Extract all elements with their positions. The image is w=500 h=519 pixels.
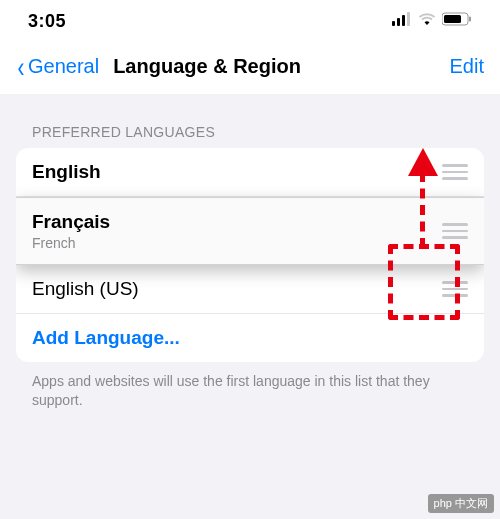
language-title: Français bbox=[32, 211, 110, 233]
svg-rect-2 bbox=[402, 15, 405, 26]
language-subtitle: French bbox=[32, 235, 110, 251]
svg-rect-6 bbox=[469, 17, 471, 22]
reorder-handle-icon[interactable] bbox=[442, 281, 468, 297]
language-row[interactable]: English (US) bbox=[16, 265, 484, 314]
svg-rect-0 bbox=[392, 21, 395, 26]
navigation-bar: ‹ General Language & Region Edit bbox=[0, 40, 500, 94]
add-language-button[interactable]: Add Language... bbox=[16, 314, 484, 362]
page-title: Language & Region bbox=[113, 55, 301, 78]
svg-rect-5 bbox=[444, 15, 461, 23]
status-time: 3:05 bbox=[28, 11, 66, 32]
wifi-icon bbox=[418, 12, 436, 30]
language-row[interactable]: English bbox=[16, 148, 484, 197]
section-footer: Apps and websites will use the first lan… bbox=[16, 362, 484, 410]
chevron-left-icon: ‹ bbox=[18, 52, 25, 82]
preferred-languages-list: English Français French English (US) Add… bbox=[16, 148, 484, 362]
svg-rect-1 bbox=[397, 18, 400, 26]
status-bar: 3:05 bbox=[0, 0, 500, 40]
back-label: General bbox=[28, 55, 99, 78]
language-row-dragging[interactable]: Français French bbox=[16, 197, 484, 265]
signal-icon bbox=[392, 12, 412, 30]
reorder-handle-icon[interactable] bbox=[442, 164, 468, 180]
add-language-label: Add Language... bbox=[32, 327, 180, 349]
edit-button[interactable]: Edit bbox=[450, 55, 484, 78]
section-header: PREFERRED LANGUAGES bbox=[16, 94, 484, 148]
battery-icon bbox=[442, 12, 472, 30]
status-indicators bbox=[392, 12, 472, 30]
watermark: php 中文网 bbox=[428, 494, 494, 513]
reorder-handle-icon[interactable] bbox=[442, 223, 468, 239]
language-title: English (US) bbox=[32, 278, 139, 300]
back-button[interactable]: ‹ General bbox=[16, 52, 99, 82]
language-title: English bbox=[32, 161, 101, 183]
svg-rect-3 bbox=[407, 12, 410, 26]
